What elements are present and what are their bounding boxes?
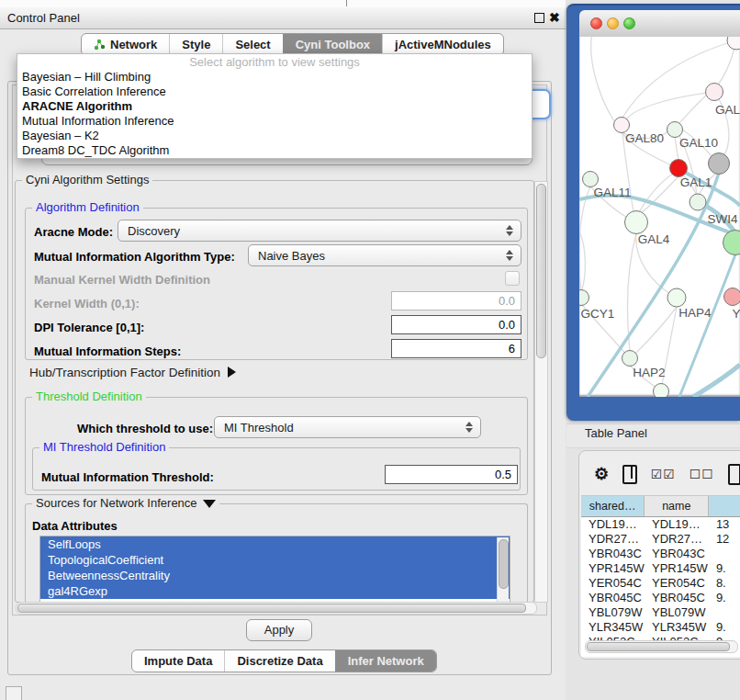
- network-edge[interactable]: [675, 137, 678, 160]
- tab-jactivemnodules[interactable]: jActiveMNodules: [382, 34, 503, 55]
- tab-cyni-toolbox[interactable]: Cyni Toolbox: [283, 34, 382, 55]
- table-cell: YLR345W: [581, 620, 645, 635]
- network-canvas[interactable]: GALGAL80GAL10GAL1GAL11SWI4GAL4GCY1HAP4YH…: [579, 37, 740, 397]
- which-threshold-value: MI Threshold: [224, 421, 462, 435]
- data-attribute-item[interactable]: BetweennessCentrality: [40, 568, 510, 583]
- settings-horizontal-scrollbar[interactable]: [16, 602, 537, 615]
- apply-button[interactable]: Apply: [246, 619, 312, 641]
- data-attributes-list[interactable]: SelfLoopsTopologicalCoefficientBetweenne…: [39, 536, 510, 604]
- network-node[interactable]: [723, 231, 740, 255]
- table-cell: YER054C: [645, 576, 709, 591]
- network-node[interactable]: [579, 290, 589, 306]
- hub-section-toggle[interactable]: Hub/Transcription Factor Definition: [29, 366, 236, 379]
- network-edge[interactable]: [678, 95, 707, 124]
- sources-group-title[interactable]: Sources for Network Inference: [32, 497, 219, 510]
- data-attribute-item[interactable]: TopologicalCoefficient: [40, 552, 510, 568]
- aracne-mode-combo[interactable]: Discovery: [118, 220, 521, 242]
- float-window-icon[interactable]: [534, 13, 544, 23]
- network-edge[interactable]: [641, 176, 678, 213]
- close-icon[interactable]: ✖: [549, 8, 560, 28]
- table-row[interactable]: YDL19…YDL19…13: [581, 517, 740, 532]
- threshold-definition-title: Threshold Definition: [32, 390, 146, 403]
- zoom-traffic-light-icon[interactable]: [623, 17, 635, 29]
- settings-vertical-scrollbar[interactable]: [534, 181, 548, 603]
- kernel-width-field[interactable]: 0.0: [391, 291, 521, 310]
- stepper-arrows-icon: [502, 250, 517, 261]
- dropdown-item[interactable]: ARACNE Algorithm: [17, 99, 532, 114]
- mi-algorithm-type-combo[interactable]: Naive Bayes: [248, 244, 521, 266]
- tab-discretize-data[interactable]: Discretize Data: [224, 650, 334, 672]
- tab-select[interactable]: Select: [222, 34, 282, 55]
- kernel-width-label: Kernel Width (0,1):: [34, 297, 140, 310]
- table-row[interactable]: YDR27…YDR27…12: [581, 532, 740, 547]
- tab-infer-network[interactable]: Infer Network: [335, 650, 436, 672]
- mi-threshold-field[interactable]: 0.5: [385, 465, 518, 484]
- dpi-tolerance-field[interactable]: 0.0: [391, 315, 521, 334]
- dropdown-item[interactable]: Dream8 DC_TDC Algorithm: [17, 143, 532, 158]
- network-node[interactable]: [670, 160, 688, 177]
- tab-impute-data[interactable]: Impute Data: [132, 650, 224, 672]
- network-edge[interactable]: [693, 365, 740, 397]
- tab-style[interactable]: Style: [169, 34, 222, 55]
- network-node[interactable]: [654, 384, 669, 398]
- table-toolbar: ⚙ ☑☑ ☐☐: [579, 458, 740, 490]
- dropdown-item[interactable]: Basic Correlation Inference: [17, 85, 532, 99]
- dropdown-item[interactable]: Bayesian – Hill Climbing: [17, 70, 532, 85]
- close-traffic-light-icon[interactable]: [590, 17, 602, 29]
- gear-icon[interactable]: ⚙: [594, 466, 609, 482]
- network-edge[interactable]: [717, 48, 734, 86]
- minimize-traffic-light-icon[interactable]: [607, 17, 619, 29]
- mi-algorithm-type-label: Mutual Information Algorithm Type:: [34, 250, 235, 264]
- dropdown-item[interactable]: Bayesian – K2: [17, 129, 532, 143]
- mi-algorithm-type-value: Naive Bayes: [258, 249, 502, 263]
- data-attribute-item[interactable]: SelfLoops: [40, 536, 510, 552]
- table-row[interactable]: YER054CYER054C8.: [581, 576, 740, 591]
- dropdown-item[interactable]: Mutual Information Inference: [17, 114, 532, 129]
- select-all-rows-icon[interactable]: ☑☑: [651, 467, 676, 481]
- panel-grip-button[interactable]: [6, 686, 22, 700]
- network-node[interactable]: [727, 37, 740, 50]
- network-edge[interactable]: [639, 174, 673, 212]
- table-column-header[interactable]: [709, 496, 740, 516]
- network-node[interactable]: [690, 194, 706, 210]
- table-cell: YER054C: [581, 576, 645, 591]
- table-row[interactable]: YBR043CYBR043C: [581, 547, 740, 561]
- network-edge[interactable]: [591, 37, 614, 121]
- column-visibility-icon[interactable]: [622, 465, 637, 484]
- table-column-header[interactable]: shared…: [581, 496, 645, 516]
- node-table: shared…name YDL19…YDL19…13YDR27…YDR27…12…: [581, 495, 740, 657]
- network-node-label: GAL10: [679, 136, 718, 150]
- bottom-tabbar: Impute Data Discretize Data Infer Networ…: [131, 649, 437, 672]
- network-node[interactable]: [625, 211, 648, 234]
- tab-network[interactable]: Network: [82, 34, 169, 55]
- network-view-window[interactable]: GALGAL80GAL10GAL1GAL11SWI4GAL4GCY1HAP4YH…: [566, 4, 740, 421]
- table-cell: YLR345W: [645, 620, 709, 635]
- network-node[interactable]: [706, 84, 723, 101]
- tab-network-label: Network: [110, 34, 157, 55]
- mi-steps-field[interactable]: 6: [391, 339, 521, 358]
- table-column-header[interactable]: name: [645, 496, 709, 516]
- table-row[interactable]: YPR145WYPR145W9.: [581, 561, 740, 576]
- which-threshold-label: Which threshold to use:: [77, 422, 213, 435]
- network-node[interactable]: [724, 288, 740, 306]
- data-attribute-item[interactable]: gal4RGexp: [40, 583, 510, 599]
- which-threshold-combo[interactable]: MI Threshold: [214, 416, 481, 438]
- manual-kernel-width-checkbox[interactable]: [505, 271, 520, 286]
- network-edge[interactable]: [627, 92, 714, 119]
- network-window-titlebar[interactable]: [579, 10, 740, 38]
- table-row[interactable]: YBL079WYBL079W: [581, 605, 740, 620]
- network-node[interactable]: [583, 172, 599, 187]
- network-node[interactable]: [709, 153, 730, 175]
- network-node[interactable]: [622, 351, 638, 367]
- network-node[interactable]: [667, 288, 686, 307]
- table-row[interactable]: YBR045CYBR045C9.: [581, 591, 740, 605]
- network-node[interactable]: [614, 118, 630, 133]
- network-node-label: HAP4: [678, 306, 712, 320]
- table-row[interactable]: YLR345WYLR345W9.: [581, 620, 740, 635]
- deselect-all-rows-icon[interactable]: ☐☐: [690, 467, 714, 481]
- network-node[interactable]: [667, 122, 683, 138]
- table-horizontal-scrollbar[interactable]: [585, 640, 738, 653]
- new-table-icon[interactable]: [728, 464, 740, 485]
- network-node-label: GAL1: [680, 175, 712, 189]
- list-scrollbar[interactable]: [497, 537, 509, 602]
